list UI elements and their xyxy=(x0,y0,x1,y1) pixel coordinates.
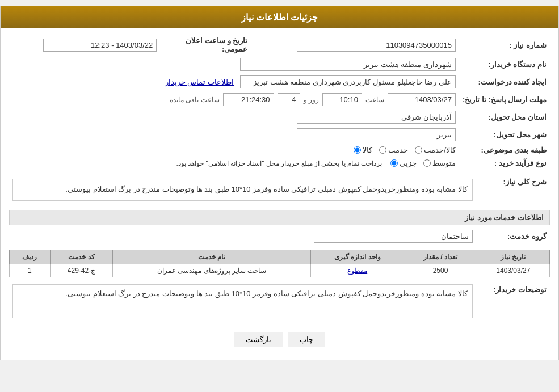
sharh-value: کالا مشابه بوده ومنظورخریدوحمل کفپوش دمب… xyxy=(9,174,476,205)
row-noveFarayand: نوع فرآیند خرید : متوسط جزیی پرداخت xyxy=(9,157,550,170)
tosih-box: کالا مشابه بوده ومنظورخریدوحمل کفپوش دمب… xyxy=(12,284,473,318)
cell-namKhedmat: ساخت سایر پروژه‌های مهندسی عمران xyxy=(113,264,311,277)
row-namDastgah: نام دستگاه خریدار: شهرداری منطقه هشت تبر… xyxy=(9,56,550,73)
motevaset-label: متوسط xyxy=(432,159,456,167)
radio-motevaset: متوسط xyxy=(423,159,456,167)
row-ostan: استان محل تحویل: آذربایجان شرقی xyxy=(9,108,550,126)
gohre-input: ساختمان xyxy=(314,230,473,243)
noveFarayand-radios: متوسط جزیی پرداخت تمام یا بخشی از مبلغ خ… xyxy=(9,157,459,170)
col-tarikh: تاریخ نیاز xyxy=(477,250,549,264)
namDastgah-label: نام دستگاه خریدار: xyxy=(459,56,550,73)
print-button[interactable]: چاپ xyxy=(288,332,325,347)
tabaqe-label: طبقه بندی موضوعی: xyxy=(459,144,550,157)
cell-codKhedmat: ج-42-429 xyxy=(50,264,113,277)
baqi-label: ساعت باقی مانده xyxy=(170,96,220,104)
khadamat-section-header: اطلاعات خدمات مورد نیاز xyxy=(9,210,550,225)
row-shomareNiaz: شماره نیاز : 1103094735000015 تاریخ و سا… xyxy=(9,34,550,56)
datetime-announce-value: 1403/03/22 - 12:23 xyxy=(9,34,160,56)
kala-label: کالا xyxy=(363,146,372,154)
radio-kala-khedmat-input[interactable] xyxy=(415,146,422,154)
tosih-table: توضیحات خریدار: کالا مشابه بوده ومنظورخر… xyxy=(9,282,550,321)
tabaqe-radio-group: کالا/خدمت خدمت کالا xyxy=(354,146,456,154)
kala-khedmat-label: کالا/خدمت xyxy=(424,146,456,154)
radio-jozi: جزیی xyxy=(390,159,417,167)
row-gohre: گروه خدمت: ساختمان xyxy=(9,227,550,245)
shahr-label: شهر محل تحویل: xyxy=(459,126,550,144)
tosih-text: کالا مشابه بوده ومنظورخریدوحمل کفپوش دمب… xyxy=(65,289,468,298)
cell-tarikhNiaz: 1403/03/27 xyxy=(477,264,549,277)
saat-input: 10:10 xyxy=(322,93,362,106)
row-tabaqe: طبقه بندی موضوعی: کالا/خدمت خدمت کالا xyxy=(9,144,550,157)
gohre-label: گروه خدمت: xyxy=(476,227,550,245)
shahr-input: تبریز xyxy=(297,128,456,141)
service-table-header-row: تاریخ نیاز تعداد / مقدار واحد اندازه گیر… xyxy=(10,250,550,264)
ijadKonande-value: علی رضا حاجعلیلو مسئول کاربردری شهرداری … xyxy=(9,73,459,91)
page-header: جزئیات اطلاعات نیاز xyxy=(1,6,558,28)
radio-kala: کالا xyxy=(354,146,372,154)
ostan-value: آذربایجان شرقی xyxy=(9,108,459,126)
ostan-label: استان محل تحویل: xyxy=(459,108,550,126)
radio-khedmat-input[interactable] xyxy=(379,146,386,154)
col-namKhedmat: نام خدمت xyxy=(113,250,311,264)
row-mohlatErsal: مهلت ارسال پاسخ: تا تاریخ: 1403/03/27 سا… xyxy=(9,91,550,108)
namDastgah-value: شهرداری منطقه هشت تبریز xyxy=(9,56,459,73)
cell-vahedAndaze: مقطوع xyxy=(311,264,404,277)
radio-khedmat: خدمت xyxy=(379,146,408,154)
back-button[interactable]: بازگشت xyxy=(234,332,283,347)
khedmat-label: خدمت xyxy=(388,146,408,154)
roz-label: روز و xyxy=(304,96,319,104)
date-row: 1403/03/27 ساعت 10:10 روز و 4 21:24:30 س… xyxy=(12,93,456,106)
cell-tedad: 2500 xyxy=(404,264,477,277)
noveFarayand-label: نوع فرآیند خرید : xyxy=(459,157,550,170)
service-table-body: 1403/03/272500مقطوعساخت سایر پروژه‌های م… xyxy=(10,264,550,277)
row-ijadKonande: ایجاد کننده درخواست: علی رضا حاجعلیلو مس… xyxy=(9,73,550,91)
shomareNiaz-label: شماره نیاز : xyxy=(459,34,550,56)
radio-jozi-input[interactable] xyxy=(390,159,398,167)
content-area: شماره نیاز : 1103094735000015 تاریخ و سا… xyxy=(1,28,558,360)
tarikh-input: 1403/03/27 xyxy=(388,93,456,106)
col-radif: ردیف xyxy=(10,250,51,264)
radio-kala-input[interactable] xyxy=(354,146,361,154)
gohre-value: ساختمان xyxy=(9,227,476,245)
shomareNiaz-input: 1103094735000015 xyxy=(297,39,456,52)
cell-radif: 1 xyxy=(10,264,51,277)
col-codKhedmat: کد خدمت xyxy=(50,250,113,264)
radio-motevaset-input[interactable] xyxy=(423,159,431,167)
ijadKonande-input: علی رضا حاجعلیلو مسئول کاربردری شهرداری … xyxy=(240,75,456,88)
page-title: جزئیات اطلاعات نیاز xyxy=(241,12,318,22)
noveFarayand-desc: پرداخت تمام یا بخشی از مبلغ خریدار محل "… xyxy=(176,159,383,167)
mohlatErsal-dates: 1403/03/27 ساعت 10:10 روز و 4 21:24:30 س… xyxy=(9,91,459,108)
shahr-value: تبریز xyxy=(9,126,459,144)
saat2-input: 21:24:30 xyxy=(223,93,274,106)
col-tedad: تعداد / مقدار xyxy=(404,250,477,264)
row-sharh: شرح کلی نیاز: کالا مشابه بوده ومنظورخرید… xyxy=(9,174,550,205)
sharh-label: شرح کلی نیاز: xyxy=(476,174,550,205)
ijadKonande-contact-link[interactable]: اطلاعات تماس خریدار xyxy=(165,78,234,86)
jozi-label: جزیی xyxy=(400,159,417,167)
ijadKonande-label: ایجاد کننده درخواست: xyxy=(459,73,550,91)
row-tosih: توضیحات خریدار: کالا مشابه بوده ومنظورخر… xyxy=(9,282,550,321)
namDastgah-input: شهرداری منطقه هشت تبریز xyxy=(240,58,456,71)
mohlatErsal-label: مهلت ارسال پاسخ: تا تاریخ: xyxy=(459,91,550,108)
roz-input: 4 xyxy=(278,93,300,106)
sharh-box: کالا مشابه بوده ومنظورخریدوحمل کفپوش دمب… xyxy=(12,179,473,201)
tosih-value: کالا مشابه بوده ومنظورخریدوحمل کفپوش دمب… xyxy=(9,282,476,321)
sharh-table: شرح کلی نیاز: کالا مشابه بوده ومنظورخرید… xyxy=(9,174,550,205)
ostan-input: آذربایجان شرقی xyxy=(297,111,456,124)
buttons-row: چاپ بازگشت xyxy=(9,325,550,354)
col-vahed: واحد اندازه گیری xyxy=(311,250,404,264)
noveFarayand-radio-group: متوسط جزیی xyxy=(390,159,456,167)
radio-kala-khedmat: کالا/خدمت xyxy=(415,146,456,154)
tabaqe-radios: کالا/خدمت خدمت کالا xyxy=(9,144,459,157)
shomareNiaz-value: 1103094735000015 xyxy=(251,34,459,56)
datetime-announce-label: تاریخ و ساعت اعلان عمومی: xyxy=(160,34,251,56)
row-shahr: شهر محل تحویل: تبریز xyxy=(9,126,550,144)
table-row: 1403/03/272500مقطوعساخت سایر پروژه‌های م… xyxy=(10,264,550,277)
service-table: تاریخ نیاز تعداد / مقدار واحد اندازه گیر… xyxy=(9,250,550,277)
service-table-head: تاریخ نیاز تعداد / مقدار واحد اندازه گیر… xyxy=(10,250,550,264)
tosih-label: توضیحات خریدار: xyxy=(476,282,550,321)
gohreKhedmat-table: گروه خدمت: ساختمان xyxy=(9,227,550,245)
page-container: جزئیات اطلاعات نیاز شماره نیاز : 1103094… xyxy=(0,6,559,360)
saat-label: ساعت xyxy=(365,96,384,104)
datetime-announce-input: 1403/03/22 - 12:23 xyxy=(43,39,157,52)
